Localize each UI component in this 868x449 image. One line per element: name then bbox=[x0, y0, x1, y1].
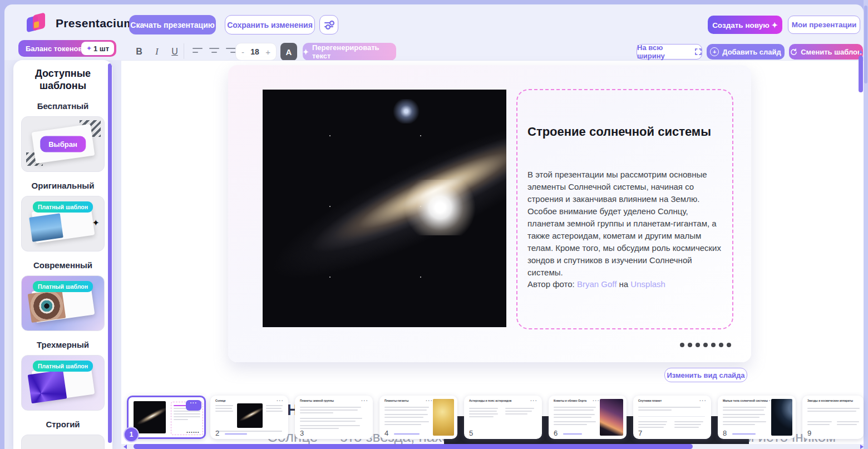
slide-number: 6 bbox=[554, 429, 558, 437]
italic-button[interactable]: I bbox=[150, 43, 164, 60]
template-name-original: Оригинальный bbox=[13, 181, 112, 190]
change-template-button[interactable]: Сменить шаблон bbox=[789, 44, 863, 60]
slide-number: 8 bbox=[723, 429, 727, 437]
credit-site-link[interactable]: Unsplash bbox=[630, 279, 665, 289]
slide-number: 7 bbox=[638, 429, 642, 437]
add-slide-button[interactable]: + Добавить слайд bbox=[707, 44, 785, 60]
template-thumb-modern[interactable]: Платный шаблон bbox=[21, 275, 105, 331]
paid-badge: Платный шаблон bbox=[33, 201, 93, 213]
font-size-increase-button[interactable]: + bbox=[265, 47, 270, 57]
swirl-photo bbox=[28, 370, 67, 403]
slide-body-text[interactable]: В этой презентации мы рассмотрим основны… bbox=[527, 169, 723, 279]
thumb-earth-image bbox=[771, 399, 792, 436]
slide-number: 5 bbox=[469, 429, 473, 437]
add-slide-label: Добавить слайд bbox=[722, 48, 781, 56]
page-vertical-scrollbar[interactable] bbox=[864, 0, 868, 449]
canvas-scroll-up-icon[interactable] bbox=[859, 50, 863, 53]
slide-menu-button[interactable]: ··· bbox=[186, 400, 201, 411]
align-left-icon[interactable] bbox=[193, 48, 203, 55]
sparkle-icon: ✦ bbox=[303, 48, 309, 56]
slide-menu-button[interactable]: ··· bbox=[764, 398, 771, 404]
slide-number-badge: 1 bbox=[124, 427, 139, 442]
font-size-decrease-button[interactable]: - bbox=[241, 47, 244, 57]
full-width-label: На всю ширину bbox=[637, 43, 692, 60]
token-balance-badge: Баланс токенов ✦ 1 шт bbox=[18, 40, 116, 57]
settings-button[interactable] bbox=[319, 15, 338, 34]
text-color-button[interactable]: A bbox=[280, 43, 297, 61]
scroll-left-icon[interactable] bbox=[124, 445, 127, 449]
font-size-value[interactable]: 18 bbox=[250, 47, 259, 56]
templates-sidebar: Доступные шаблоны Бесплатный Выбран Ориг… bbox=[13, 60, 112, 449]
thumb-galaxy-image bbox=[134, 401, 166, 433]
toolbar-divider bbox=[184, 43, 184, 59]
photo-credit: Автор фото: Bryan Goff на Unsplash bbox=[527, 279, 665, 289]
template-name-free: Бесплатный bbox=[13, 101, 112, 111]
slide-menu-button[interactable]: ··· bbox=[277, 398, 284, 404]
slide-number: 9 bbox=[807, 429, 811, 437]
refresh-icon bbox=[790, 48, 797, 56]
template-thumb-strict[interactable] bbox=[21, 435, 105, 449]
fullscreen-icon bbox=[695, 48, 702, 55]
slide-menu-button[interactable]: ··· bbox=[699, 398, 707, 404]
paid-badge: Платный шаблон bbox=[33, 281, 93, 292]
app-window: Presentacium Скачать презентацию Сохрани… bbox=[0, 0, 868, 449]
sparkle-icon: ✦ bbox=[86, 45, 92, 52]
plus-circle-icon: + bbox=[710, 47, 719, 56]
filmstrip-slide-5[interactable]: Астероиды и пояс астероидов ··· 5 bbox=[464, 396, 542, 439]
canvas-vertical-scrollbar[interactable] bbox=[859, 56, 863, 92]
slide-decor-dots bbox=[680, 343, 731, 347]
download-presentation-button[interactable]: Скачать презентацию bbox=[129, 15, 216, 34]
thumb-milkyway-image bbox=[600, 399, 623, 436]
save-changes-button[interactable]: Сохранить изменения bbox=[225, 15, 315, 34]
credit-author-link[interactable]: Bryan Goff bbox=[577, 279, 617, 289]
slide-menu-button[interactable]: ··· bbox=[426, 398, 433, 404]
align-right-icon[interactable] bbox=[226, 48, 236, 55]
template-thumb-original[interactable]: ✦ Платный шаблон bbox=[21, 196, 105, 251]
slide-galaxy-image[interactable] bbox=[263, 90, 506, 327]
filmstrip-slide-3[interactable]: Планеты земной группы ··· 3 bbox=[295, 396, 373, 439]
filmstrip-scrollbar-thumb[interactable] bbox=[134, 444, 693, 449]
template-thumb-3d[interactable]: Платный шаблон bbox=[21, 355, 105, 411]
filmstrip-slide-1[interactable]: •••••• ··· 1 bbox=[127, 396, 206, 439]
slide-title[interactable]: Строение солнечной системы bbox=[527, 125, 711, 139]
slide-menu-button[interactable]: ··· bbox=[361, 398, 368, 404]
filmstrip-slide-6[interactable]: Кометы и облако Оорта ··· 6 bbox=[549, 396, 627, 439]
underline-button[interactable]: U bbox=[168, 43, 181, 60]
sidebar-scrollbar[interactable] bbox=[108, 63, 112, 443]
eye-photo bbox=[28, 289, 66, 323]
filmstrip-slide-2[interactable]: Солнце ··· 2 bbox=[210, 396, 288, 439]
brand-name: Presentacium bbox=[56, 17, 134, 30]
filmstrip-slide-4[interactable]: Планеты-гиганты ··· 4 bbox=[379, 396, 457, 439]
credit-conjunction: на bbox=[619, 279, 629, 289]
filmstrip-slide-9[interactable]: Звезды и космические аппараты 9 bbox=[802, 396, 864, 439]
sidebar-title: Доступные шаблоны bbox=[19, 68, 107, 92]
align-center-icon[interactable] bbox=[209, 48, 219, 55]
slide-number: 3 bbox=[300, 429, 304, 437]
slide-menu-button[interactable]: ··· bbox=[593, 398, 600, 404]
paid-badge: Платный шаблон bbox=[33, 361, 93, 372]
bold-button[interactable]: B bbox=[132, 43, 146, 60]
thumb-sun-image bbox=[433, 399, 454, 436]
credit-prefix: Автор фото: bbox=[527, 279, 575, 289]
slide-menu-button[interactable]: ··· bbox=[530, 398, 537, 404]
settings-sliders-icon bbox=[324, 21, 333, 29]
template-name-strict: Строгий bbox=[13, 420, 112, 429]
regenerate-text-button[interactable]: ✦ Перегенерировать текст bbox=[303, 43, 396, 61]
template-thumb-free[interactable]: Выбран bbox=[21, 116, 105, 172]
token-balance-value: 1 шт bbox=[93, 45, 109, 53]
header: Presentacium Скачать презентацию Сохрани… bbox=[4, 4, 864, 60]
token-balance-label: Баланс токенов bbox=[26, 45, 82, 53]
my-presentations-button[interactable]: Мои презентации bbox=[788, 16, 860, 34]
slide-number: 4 bbox=[384, 429, 388, 437]
thumb-galaxy-image bbox=[237, 403, 263, 428]
filmstrip-slide-8[interactable]: Малые тела солнечной системы ··· 8 bbox=[718, 396, 796, 439]
brand-logo-icon bbox=[27, 12, 49, 34]
full-width-button[interactable]: На всю ширину bbox=[637, 44, 702, 60]
filmstrip-slide-7[interactable]: Спутники планет ··· 7 bbox=[633, 396, 711, 439]
create-new-button[interactable]: Создать новую ✦ bbox=[708, 16, 782, 34]
page-scrollbar-thumb[interactable] bbox=[864, 6, 867, 83]
change-template-label: Сменить шаблон bbox=[801, 48, 862, 56]
change-slide-view-button[interactable]: Изменить вид слайда bbox=[664, 368, 747, 382]
scroll-right-icon[interactable] bbox=[860, 445, 864, 449]
template-name-modern: Современный bbox=[13, 260, 112, 270]
